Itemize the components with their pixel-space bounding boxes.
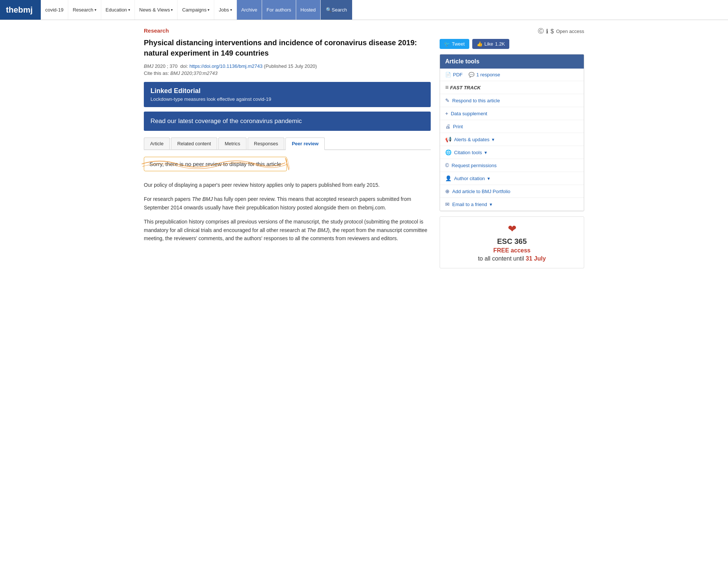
globe-icon: 🌐 [445,149,451,155]
tweet-button[interactable]: 🐦 Tweet [440,39,469,49]
editorial-banner[interactable]: Linked Editorial Lockdown-type measures … [144,82,431,107]
pdf-response-row: 📄 PDF 💬 1 response [440,69,584,81]
tools-list: ✎ Respond to this article + Data supplem… [440,94,584,211]
tool-bmj-portfolio: ⊕ Add article to BMJ Portfolio [440,185,584,198]
doi-link[interactable]: https://doi.org/10.1136/bmj.m2743 [189,63,262,69]
tab-peer-review[interactable]: Peer review [285,138,325,150]
tool-respond: ✎ Respond to this article [440,94,584,107]
peer-review-para2: For research papers The BMJ has fully op… [144,195,431,212]
citation-tools-label: Citation tools [454,150,482,155]
pdf-icon: 📄 [445,72,451,77]
print-label: Print [453,124,463,129]
data-supplement-link[interactable]: + Data supplement [445,110,579,116]
printer-icon: 🖨 [445,123,450,129]
chevron-down-icon: ▾ [230,8,232,12]
respond-label: Respond to this article [452,98,500,103]
breadcrumb: Research [144,27,431,34]
tabs: Article Related content Metrics Response… [144,138,431,150]
esc-heart-icon: ❤ [446,223,578,235]
bmj-portfolio-link[interactable]: ⊕ Add article to BMJ Portfolio [445,188,579,194]
copyright-icon: © [445,162,449,168]
article-cite: Cite this as: BMJ 2020;370:m2743 [144,70,431,76]
tool-data-supplement: + Data supplement [440,107,584,120]
pdf-link[interactable]: 📄 PDF [445,72,463,77]
speech-icon: 💬 [469,72,474,77]
nav-hosted[interactable]: Hosted [296,0,321,20]
meta-journal: BMJ [144,63,153,69]
permissions-link[interactable]: © Request permissions [445,162,579,168]
print-link[interactable]: 🖨 Print [445,123,579,129]
alerts-link[interactable]: 📢 Alerts & updates ▾ [445,136,579,142]
nav-jobs[interactable]: Jobs ▾ [214,0,236,20]
plus-icon: + [445,110,448,116]
email-chevron: ▾ [490,202,492,207]
open-access-label: Open access [556,29,584,34]
author-citation-link[interactable]: 👤 Author citation ▾ [445,175,579,181]
chevron-down-icon: ▾ [95,8,96,12]
email-friend-link[interactable]: ✉ Email to a friend ▾ [445,201,579,207]
fast-track-label: FAST TRACK [450,85,480,90]
nav-research[interactable]: Research ▾ [68,0,101,20]
social-bar: 🐦 Tweet 👍 Like 1.2K [440,39,584,49]
article-meta: BMJ 2020 ; 370 doi: https://doi.org/10.1… [144,63,431,69]
like-count: 1.2K [495,41,505,47]
logo-plain: the [6,5,18,15]
meta-year: 2020 [155,63,166,69]
tab-article[interactable]: Article [144,138,170,149]
tweet-label: Tweet [452,41,465,47]
data-supplement-label: Data supplement [451,111,487,116]
author-citation-label: Author citation [454,176,485,181]
peer-review-para1: Our policy of displaying a paper's peer … [144,181,431,189]
cc-icon: Ⓒ [538,27,544,35]
open-access-bar: Ⓒ ℹ $ Open access [440,27,584,35]
thumbs-up-icon: 👍 [477,41,483,47]
no-peer-review-message: Sorry, there is no peer review to displa… [144,157,287,171]
alerts-label: Alerts & updates [454,137,489,142]
main-content: Research Physical distancing interventio… [144,27,431,268]
esc-free: FREE access [446,247,578,254]
editorial-subtitle: Lockdown-type measures look effective ag… [150,96,424,102]
site-logo[interactable]: thebmj [0,0,41,20]
nav-archive[interactable]: Archive [237,0,262,20]
info-icon: ℹ [546,28,548,35]
nav-education[interactable]: Education ▾ [101,0,135,20]
article-title: Physical distancing interventions and in… [144,37,431,58]
like-button[interactable]: 👍 Like 1.2K [472,39,510,49]
nav-for-authors[interactable]: For authors [262,0,296,20]
esc-free-text: FREE access [493,247,531,254]
respond-link[interactable]: ✎ Respond to this article [445,97,579,103]
tab-metrics[interactable]: Metrics [218,138,246,149]
article-tools: Article tools 📄 PDF 💬 1 response ≡ FAST … [440,54,584,211]
citation-tools-link[interactable]: 🌐 Citation tools ▾ [445,149,579,155]
person-icon: 👤 [445,175,451,181]
cite-value: BMJ 2020;370:m2743 [171,70,218,76]
search-button[interactable]: 🔍 Search [321,0,352,20]
fast-track-row: ≡ FAST TRACK [440,81,584,94]
editorial-title: Linked Editorial [150,87,424,95]
nav-links: covid-19 Research ▾ Education ▾ News & V… [41,0,728,20]
envelope-icon: ✉ [445,201,450,207]
tool-author-citation: 👤 Author citation ▾ [440,172,584,185]
meta-vol: 370 [169,63,178,69]
sidebar: Ⓒ ℹ $ Open access 🐦 Tweet 👍 Like 1.2K Ar… [440,27,584,268]
permissions-label: Request permissions [451,163,496,168]
covid-banner[interactable]: Read our latest coverage of the coronavi… [144,112,431,131]
esc-all-content: to all content until 31 July [446,255,578,262]
dollar-icon: $ [550,28,554,35]
logo-bold: bmj [18,5,33,15]
nav-campaigns[interactable]: Campaigns ▾ [178,0,214,20]
chevron-down-icon: ▾ [208,8,209,12]
twitter-icon: 🐦 [444,41,450,47]
esc-banner[interactable]: ❤ ESC 365 FREE access to all content unt… [440,216,584,268]
nav-news[interactable]: News & Views ▾ [135,0,178,20]
page-container: Research Physical distancing interventio… [138,20,590,276]
search-label: Search [332,7,347,13]
edit-icon: ✎ [445,97,450,103]
responses-link[interactable]: 💬 1 response [469,72,500,77]
chevron-down-icon: ▾ [128,8,130,12]
tab-related-content[interactable]: Related content [171,138,217,149]
tab-responses[interactable]: Responses [248,138,284,149]
bmj-portfolio-label: Add article to BMJ Portfolio [452,189,510,194]
like-label: Like [484,41,493,47]
nav-covid[interactable]: covid-19 [41,0,68,20]
